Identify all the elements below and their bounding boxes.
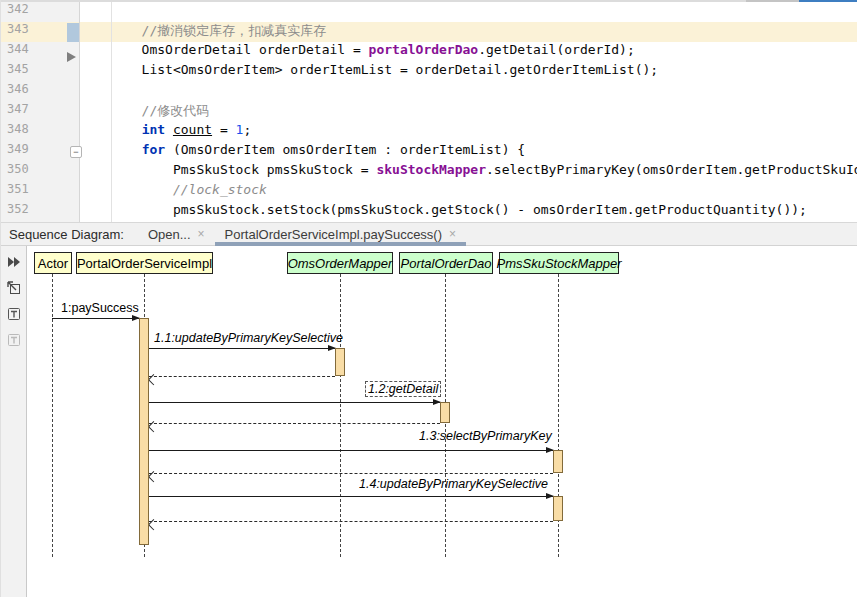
- fast-forward-icon[interactable]: [5, 253, 23, 271]
- code-line[interactable]: 352 pmsSkuStock.setStock(pmsSkuStock.get…: [1, 202, 857, 222]
- tab-label: PortalOrderServiceImpl.paySuccess(): [225, 227, 442, 242]
- code-token: ;: [243, 122, 251, 137]
- code-line[interactable]: 343 //撤消锁定库存，扣减真实库存: [1, 22, 857, 42]
- export-text-disabled-icon: [5, 331, 23, 349]
- line-number: 350: [1, 162, 79, 182]
- code-line[interactable]: 350 PmsSkuStock pmsSkuStock = skuStockMa…: [1, 162, 857, 182]
- sequence-diagram-panel: 1:paySuccess1.1:updateByPrimaryKeySelect…: [1, 246, 857, 597]
- participant-OmsOrderMapper[interactable]: OmsOrderMapper: [287, 252, 393, 274]
- sequence-diagram-tab-bar: Sequence Diagram: Open...×PortalOrderSer…: [1, 222, 857, 246]
- lifeline-Actor: [52, 274, 53, 557]
- code-text: for (OmsOrderItem omsOrderItem : orderIt…: [79, 142, 525, 162]
- message-return-1.3:selectByPrimaryKey: [149, 473, 553, 474]
- code-token: for: [142, 142, 165, 157]
- code-text: List<OmsOrderItem> orderItemList = order…: [79, 62, 658, 82]
- code-token: PmsSkuStock pmsSkuStock =: [79, 162, 376, 177]
- message-label[interactable]: 1:paySuccess: [61, 301, 139, 315]
- diagram-toolbar: [1, 246, 27, 597]
- code-token: .selectByPrimaryKey(omsOrderItem.getProd…: [486, 162, 857, 177]
- tab-close-icon[interactable]: ×: [198, 227, 205, 241]
- message-call-1.4:updateByPrimaryKeySelective: [149, 496, 553, 497]
- code-token: //撤消锁定库存，扣减真实库存: [79, 23, 326, 38]
- message-label[interactable]: 1.1:updateByPrimaryKeySelective: [154, 331, 343, 345]
- code-token: skuStockMapper: [376, 162, 486, 177]
- line-number: 352: [1, 202, 79, 222]
- lifeline-OmsOrderMapper: [340, 274, 341, 557]
- participant-PortalOrderDao[interactable]: PortalOrderDao: [399, 252, 493, 274]
- code-token: =: [212, 122, 235, 137]
- code-token: int: [142, 122, 173, 137]
- ide-window: 342343 //撤消锁定库存，扣减真实库存344 OmsOrderDetail…: [0, 0, 857, 597]
- code-token: //lock_stock: [173, 182, 267, 197]
- message-label[interactable]: 1.2:getDetail: [365, 381, 441, 397]
- line-number: 348: [1, 122, 79, 142]
- execution-point-icon[interactable]: [67, 52, 76, 62]
- line-change-marker: [67, 23, 79, 42]
- message-return-1.4:updateByPrimaryKeySelective: [149, 521, 553, 522]
- message-return-1.1:updateByPrimaryKeySelective: [149, 376, 335, 377]
- activation-bar: [553, 496, 563, 521]
- code-token: [79, 182, 173, 197]
- activation-bar: [440, 402, 450, 423]
- diagram-tab-1[interactable]: PortalOrderServiceImpl.paySuccess()×: [215, 223, 466, 245]
- diagram-canvas[interactable]: 1:paySuccess1.1:updateByPrimaryKeySelect…: [27, 246, 857, 597]
- code-line[interactable]: 351 //lock_stock: [1, 182, 857, 202]
- code-text: OmsOrderDetail orderDetail = portalOrder…: [79, 42, 635, 62]
- code-line[interactable]: 349 for (OmsOrderItem omsOrderItem : ord…: [1, 142, 857, 162]
- line-number: 349: [1, 142, 79, 162]
- line-number: 345: [1, 62, 79, 82]
- tab-close-icon[interactable]: ×: [449, 227, 456, 241]
- code-line[interactable]: 345 List<OmsOrderItem> orderItemList = o…: [1, 62, 857, 82]
- message-label[interactable]: 1.3:selectByPrimaryKey: [419, 429, 552, 443]
- code-line[interactable]: 342: [1, 2, 857, 22]
- participant-Actor[interactable]: Actor: [34, 252, 72, 274]
- code-line[interactable]: 347 //修改代码: [1, 102, 857, 122]
- participant-PmsSkuStockMapper[interactable]: PmsSkuStockMapper: [499, 252, 619, 274]
- code-text: PmsSkuStock pmsSkuStock = skuStockMapper…: [79, 162, 857, 182]
- code-token: .getDetail(orderId);: [478, 42, 635, 57]
- code-lines: 342343 //撤消锁定库存，扣减真实库存344 OmsOrderDetail…: [1, 2, 857, 222]
- code-token: pmsSkuStock.setStock(pmsSkuStock.getStoc…: [79, 202, 807, 217]
- message-label[interactable]: 1.4:updateByPrimaryKeySelective: [359, 477, 548, 491]
- code-token: portalOrderDao: [369, 42, 479, 57]
- code-line[interactable]: 344 OmsOrderDetail orderDetail = portalO…: [1, 42, 857, 62]
- code-line[interactable]: 348 int count = 1;: [1, 122, 857, 142]
- activation-bar: [139, 318, 149, 545]
- code-token: OmsOrderDetail orderDetail =: [79, 42, 369, 57]
- activation-bar: [553, 450, 563, 473]
- message-call-1.2:getDetail: [149, 402, 440, 403]
- code-text: pmsSkuStock.setStock(pmsSkuStock.getStoc…: [79, 202, 807, 222]
- code-text: int count = 1;: [79, 122, 251, 142]
- participant-PortalOrderServiceImpl[interactable]: PortalOrderServiceImpl: [76, 252, 213, 274]
- code-line[interactable]: 346: [1, 82, 857, 102]
- code-editor[interactable]: 342343 //撤消锁定库存，扣减真实库存344 OmsOrderDetail…: [1, 2, 857, 222]
- code-text: //lock_stock: [79, 182, 267, 202]
- code-text: //撤消锁定库存，扣减真实库存: [79, 22, 326, 42]
- code-text: //修改代码: [79, 102, 209, 122]
- code-token: (OmsOrderItem omsOrderItem : orderItemLi…: [165, 142, 525, 157]
- indent-guide: [111, 2, 112, 222]
- gutter-border: [79, 2, 80, 222]
- activation-bar: [335, 348, 345, 376]
- code-token: count: [173, 122, 212, 137]
- tab-label: Open...: [148, 227, 191, 242]
- panel-title: Sequence Diagram:: [9, 227, 124, 242]
- code-token: //修改代码: [79, 103, 209, 118]
- export-image-icon[interactable]: [5, 279, 23, 297]
- message-call-1:paySuccess: [52, 318, 139, 319]
- message-return-1.2:getDetail: [149, 423, 440, 424]
- line-number: 342: [1, 2, 79, 22]
- diagram-tab-0[interactable]: Open...×: [138, 223, 215, 245]
- line-number: 346: [1, 82, 79, 102]
- message-call-1.1:updateByPrimaryKeySelective: [149, 348, 335, 349]
- line-number: 351: [1, 182, 79, 202]
- code-fold-icon[interactable]: −: [70, 146, 82, 158]
- code-token: List<OmsOrderItem> orderItemList = order…: [79, 62, 658, 77]
- export-text-icon[interactable]: [5, 305, 23, 323]
- message-call-1.3:selectByPrimaryKey: [149, 450, 553, 451]
- line-number: 347: [1, 102, 79, 122]
